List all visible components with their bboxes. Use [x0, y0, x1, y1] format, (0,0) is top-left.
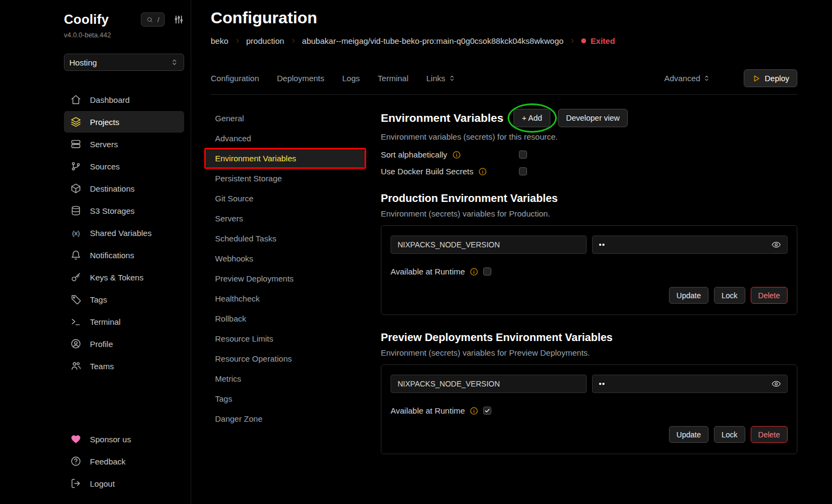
production-section-title: Production Environment Variables: [381, 192, 797, 205]
available-at-runtime-checkbox[interactable]: [483, 407, 491, 415]
layers-icon: [70, 116, 81, 127]
subnav-item-danger-zone[interactable]: Danger Zone: [206, 410, 365, 428]
tab-links[interactable]: Links: [426, 74, 456, 83]
advanced-dropdown[interactable]: Advanced: [664, 74, 711, 83]
tab-terminal[interactable]: Terminal: [378, 74, 408, 83]
toggle-label-group: Sort alphabetically: [381, 150, 519, 159]
sidebar-item-sources[interactable]: Sources: [64, 155, 184, 177]
subnav-item-preview-deployments[interactable]: Preview Deployments: [206, 270, 365, 287]
configuration-subnav: General Advanced Environment Variables P…: [211, 95, 381, 454]
sidebar-item-label: Keys & Tokens: [90, 273, 144, 282]
update-button[interactable]: Update: [669, 287, 708, 304]
subnav-item-webhooks[interactable]: Webhooks: [206, 250, 365, 267]
env-key-input[interactable]: [391, 235, 587, 254]
subnav-item-tags[interactable]: Tags: [206, 390, 365, 408]
tab-logs[interactable]: Logs: [342, 74, 360, 83]
production-env-card: Available at Runtime Update Lock Delete: [381, 225, 797, 315]
sort-alphabetically-checkbox[interactable]: [519, 150, 527, 159]
search-shortcut-button[interactable]: /: [141, 12, 165, 27]
preview-section-title: Preview Deployments Environment Variable…: [381, 331, 797, 344]
env-value-input[interactable]: [592, 375, 788, 393]
subnav-item-rollback[interactable]: Rollback: [206, 310, 365, 328]
sidebar-item-destinations[interactable]: Destinations: [64, 178, 184, 199]
breadcrumb-environment[interactable]: production: [246, 36, 284, 45]
available-at-runtime-label: Available at Runtime: [391, 267, 465, 276]
subnav-item-git-source[interactable]: Git Source: [206, 189, 365, 207]
env-input-row: [391, 235, 788, 254]
check-icon: [484, 408, 490, 414]
available-at-runtime-checkbox[interactable]: [483, 267, 491, 276]
subnav-item-environment-variables[interactable]: Environment Variables: [206, 149, 365, 167]
subnav-item-general[interactable]: General: [206, 109, 365, 127]
tab-label: Links: [426, 74, 445, 83]
play-icon: [752, 74, 760, 83]
tab-configuration[interactable]: Configuration: [211, 74, 259, 83]
docker-build-secrets-row: Use Docker Build Secrets: [381, 167, 797, 176]
sidebar-item-dashboard[interactable]: Dashboard: [64, 89, 184, 110]
container-cube-icon: [70, 183, 81, 194]
docker-build-secrets-checkbox[interactable]: [519, 167, 527, 175]
panel-header: Environment Variables + Add Developer vi…: [381, 109, 797, 127]
terminal-icon: [70, 316, 81, 327]
developer-view-button[interactable]: Developer view: [558, 109, 628, 127]
subnav-item-metrics[interactable]: Metrics: [206, 370, 365, 388]
env-toggles: Sort alphabetically Use Docker Build Sec…: [381, 150, 797, 176]
update-button[interactable]: Update: [669, 426, 708, 443]
app-logo[interactable]: Coolify: [64, 12, 109, 27]
heart-icon: [70, 434, 81, 444]
resource-tabbar: Configuration Deployments Logs Terminal …: [211, 69, 797, 87]
sidebar-item-projects[interactable]: Projects: [64, 111, 184, 133]
sidebar-item-logout[interactable]: Logout: [64, 473, 184, 494]
sidebar-item-keys-tokens[interactable]: Keys & Tokens: [64, 266, 184, 288]
subnav-item-advanced[interactable]: Advanced: [206, 129, 365, 147]
subnav-item-resource-operations[interactable]: Resource Operations: [206, 350, 365, 368]
lock-button[interactable]: Lock: [714, 287, 745, 304]
tag-icon: [70, 294, 81, 305]
available-at-runtime-row: Available at Runtime: [391, 406, 788, 415]
sidebar-item-teams[interactable]: Teams: [64, 355, 184, 377]
eye-icon[interactable]: [771, 240, 781, 250]
sidebar: Coolify / v4.0.0-beta.442 Hosting Dashbo…: [0, 0, 191, 504]
advanced-label: Advanced: [664, 74, 700, 83]
subnav-item-servers[interactable]: Servers: [206, 210, 365, 227]
deploy-button[interactable]: Deploy: [744, 69, 797, 87]
subnav-item-healthcheck[interactable]: Healthcheck: [206, 290, 365, 307]
breadcrumb-resource[interactable]: abubakar--meigag/vid-tube-beko-pro:main-…: [302, 36, 564, 45]
sidebar-item-shared-variables[interactable]: (x) Shared Variables: [64, 222, 184, 244]
breadcrumb-project[interactable]: beko: [211, 36, 229, 45]
subnav-item-persistent-storage[interactable]: Persistent Storage: [206, 169, 365, 187]
database-icon: [70, 205, 81, 216]
page-title: Configuration: [211, 9, 797, 27]
home-icon: [70, 94, 81, 105]
info-icon: [470, 407, 478, 415]
sidebar-item-terminal[interactable]: Terminal: [64, 311, 184, 332]
sidebar-item-notifications[interactable]: Notifications: [64, 244, 184, 266]
sidebar-item-tags[interactable]: Tags: [64, 289, 184, 310]
sidebar-item-feedback[interactable]: Feedback: [64, 450, 184, 472]
sidebar-item-sponsor-us[interactable]: Sponsor us: [64, 428, 184, 450]
subnav-item-scheduled-tasks[interactable]: Scheduled Tasks: [206, 230, 365, 247]
sidebar-item-label: Sponsor us: [90, 435, 131, 444]
sidebar-item-s3-storages[interactable]: S3 Storages: [64, 200, 184, 221]
panel-subtitle: Environment variables (secrets) for this…: [381, 132, 797, 141]
tab-deployments[interactable]: Deployments: [277, 74, 324, 83]
delete-button[interactable]: Delete: [751, 287, 788, 304]
sidebar-item-label: S3 Storages: [90, 206, 135, 215]
configuration-body: General Advanced Environment Variables P…: [211, 95, 797, 454]
sidebar-footer: Sponsor us Feedback Logout: [64, 428, 184, 495]
subnav-item-resource-limits[interactable]: Resource Limits: [206, 330, 365, 348]
sidebar-item-label: Destinations: [90, 184, 135, 193]
delete-button[interactable]: Delete: [751, 426, 788, 443]
env-value-input[interactable]: [592, 235, 788, 254]
search-icon: [146, 16, 153, 23]
lock-button[interactable]: Lock: [714, 426, 745, 443]
settings-sliders-icon[interactable]: [173, 14, 184, 25]
sidebar-item-servers[interactable]: Servers: [64, 133, 184, 155]
sidebar-item-label: Feedback: [90, 457, 126, 466]
add-env-variable-button[interactable]: + Add: [514, 109, 550, 127]
app-version: v4.0.0-beta.442: [64, 31, 184, 39]
env-key-input[interactable]: [391, 375, 587, 393]
team-selector[interactable]: Hosting: [64, 54, 184, 71]
sidebar-item-profile[interactable]: Profile: [64, 333, 184, 355]
eye-icon[interactable]: [771, 379, 781, 389]
